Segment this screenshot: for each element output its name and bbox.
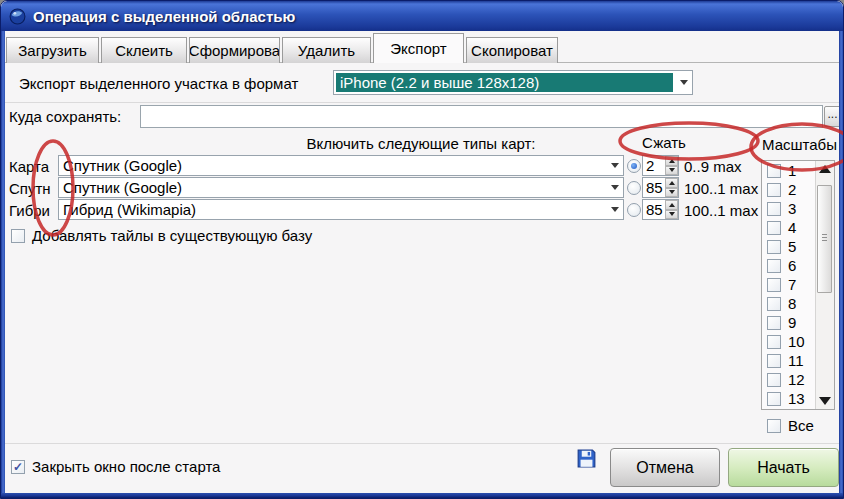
spin-up-button[interactable]: [665, 178, 678, 188]
spin-down-button[interactable]: [665, 188, 678, 198]
start-button[interactable]: Начать: [728, 448, 839, 487]
map-row-label: Спутн: [9, 180, 57, 197]
chevron-down-icon[interactable]: [607, 178, 623, 197]
compress-header: Сжать: [642, 134, 686, 151]
save-path-label: Куда сохранять:: [9, 108, 121, 125]
checkbox-box[interactable]: [11, 229, 25, 243]
quality-range-label: 100..1 max: [684, 180, 758, 197]
floppy-icon: [577, 454, 596, 471]
select-all-label: Все: [788, 417, 814, 434]
window-title: Операция с выделенной областью: [33, 8, 295, 25]
scales-header: Масштабы: [762, 136, 837, 153]
tab-skopirovat[interactable]: Скопироват: [466, 37, 558, 63]
quality-range-label: 0..9 max: [684, 158, 742, 175]
map-type-select-3[interactable]: Гибрид (Wikimapia): [58, 199, 624, 220]
quality-radio-2[interactable]: [627, 181, 641, 195]
spin-down-button[interactable]: [665, 210, 678, 220]
chevron-down-icon[interactable]: [607, 156, 623, 175]
window-frame-right: [839, 30, 843, 498]
map-row-label: Карта: [9, 158, 57, 175]
map-row-label: Гибри: [9, 202, 57, 219]
save-path-input[interactable]: [140, 105, 823, 128]
close-after-start-checkbox[interactable]: ✓ Закрыть окно после старта: [11, 458, 220, 475]
quality-spinner-3[interactable]: 85: [642, 199, 679, 220]
quality-range-label: 100..1 max: [684, 202, 758, 219]
quality-spinner-2[interactable]: 85: [642, 177, 679, 198]
scroll-up-icon[interactable]: [816, 165, 834, 173]
include-maps-header: Включить следующие типы карт:: [161, 135, 681, 152]
map-type-select-1[interactable]: Спутник (Google): [58, 155, 624, 176]
chevron-down-icon[interactable]: [607, 200, 623, 219]
separator-top: [1, 102, 843, 103]
quality-radio-1[interactable]: [627, 159, 641, 173]
chevron-down-icon[interactable]: [676, 71, 692, 94]
window-frame-bottom: [1, 493, 843, 498]
save-settings-button[interactable]: [577, 449, 597, 469]
tab-eksport[interactable]: Экспорт: [373, 33, 464, 63]
scroll-thumb[interactable]: [817, 185, 832, 293]
export-format-label: Экспорт выделенного участка в формат: [19, 75, 298, 92]
append-tiles-checkbox[interactable]: Добавлять тайлы в существующую базу: [11, 227, 312, 244]
spin-up-button[interactable]: [665, 156, 678, 166]
quality-spinner-1[interactable]: 2: [642, 155, 679, 176]
scroll-down-icon[interactable]: [816, 397, 834, 405]
select-all-checkbox[interactable]: Все: [767, 417, 814, 434]
dialog-window: Операция с выделенной областью ✕ Загрузи…: [0, 0, 844, 499]
window-frame-left: [1, 30, 5, 498]
globe-icon: [9, 8, 26, 25]
close-after-start-label: Закрыть окно после старта: [32, 458, 220, 475]
tab-zagruzit[interactable]: Загрузить: [6, 37, 99, 63]
spin-up-button[interactable]: [665, 200, 678, 210]
titlebar[interactable]: Операция с выделенной областью: [1, 1, 843, 31]
quality-radio-3[interactable]: [627, 203, 641, 217]
tab-udalit[interactable]: Удалить: [282, 37, 371, 63]
separator-bottom: [1, 443, 843, 444]
spin-down-button[interactable]: [665, 166, 678, 176]
tab-sformirovat[interactable]: Сформирова: [189, 37, 280, 63]
export-format-value: iPhone (2.2 и выше 128x128): [336, 73, 673, 92]
map-type-select-2[interactable]: Спутник (Google): [58, 177, 624, 198]
export-format-select[interactable]: iPhone (2.2 и выше 128x128): [333, 70, 693, 95]
tab-skleit[interactable]: Склеить: [101, 37, 187, 63]
scales-list: 1 2 3 4 5 6 7 8 9 10 11 12 13: [761, 160, 835, 410]
cancel-button[interactable]: Отмена: [610, 448, 720, 487]
append-tiles-label: Добавлять тайлы в существующую базу: [32, 227, 312, 244]
scales-scrollbar[interactable]: [815, 161, 834, 409]
check-icon: ✓: [13, 461, 23, 473]
